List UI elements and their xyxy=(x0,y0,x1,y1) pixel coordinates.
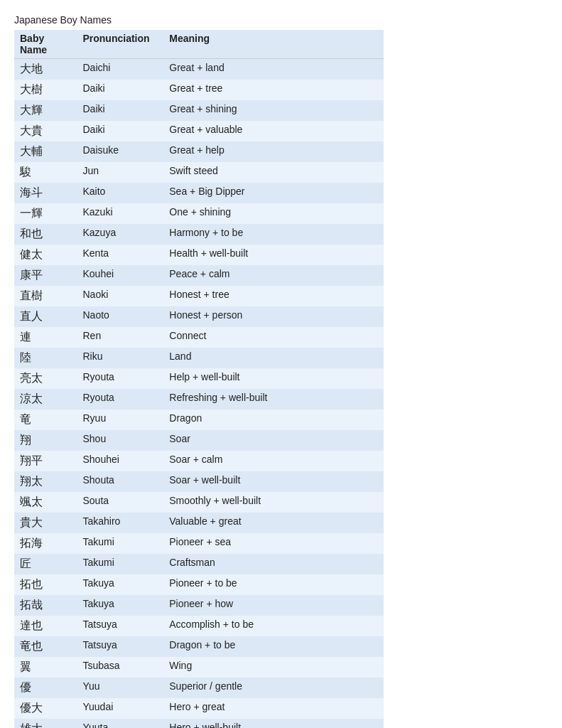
cell-kanji: 颯太 xyxy=(14,492,77,513)
table-row: 翔平ShouheiSoar + calm xyxy=(14,451,384,471)
cell-kanji: 匠 xyxy=(14,554,77,574)
cell-kanji: 涼太 xyxy=(14,389,77,410)
table-row: 康平KouheiPeace + calm xyxy=(14,265,384,286)
table-row: 海斗KaitoSea + Big Dipper xyxy=(14,183,384,203)
cell-meaning: Valuable + great xyxy=(163,513,384,533)
cell-pronunciation: Shou xyxy=(77,430,163,451)
names-table: Baby Name Pronunciation Meaning 大地Daichi… xyxy=(14,30,384,728)
cell-pronunciation: Daichi xyxy=(77,59,163,80)
cell-meaning: Dragon + to be xyxy=(163,636,384,657)
cell-kanji: 拓也 xyxy=(14,574,77,595)
cell-kanji: 和也 xyxy=(14,224,77,245)
cell-meaning: Soar + calm xyxy=(163,451,384,471)
cell-pronunciation: Tsubasa xyxy=(77,657,163,678)
cell-pronunciation: Souta xyxy=(77,492,163,513)
table-row: 翔太ShoutaSoar + well-built xyxy=(14,471,384,492)
cell-pronunciation: Naoto xyxy=(77,306,163,327)
cell-pronunciation: Kaito xyxy=(77,183,163,203)
cell-kanji: 直樹 xyxy=(14,286,77,306)
cell-meaning: Harmony + to be xyxy=(163,224,384,245)
cell-kanji: 大貴 xyxy=(14,121,77,141)
cell-pronunciation: Tatsuya xyxy=(77,616,163,636)
cell-pronunciation: Ryouta xyxy=(77,389,163,410)
table-row: 直人NaotoHonest + person xyxy=(14,306,384,327)
cell-meaning: Swift steed xyxy=(163,162,384,183)
cell-kanji: 拓哉 xyxy=(14,595,77,616)
cell-pronunciation: Ryuu xyxy=(77,410,163,430)
cell-kanji: 海斗 xyxy=(14,183,77,203)
cell-meaning: Hero + great xyxy=(163,698,384,719)
cell-pronunciation: Ryouta xyxy=(77,368,163,389)
table-row: 匠TakumiCraftsman xyxy=(14,554,384,574)
cell-meaning: Refreshing + well-built xyxy=(163,389,384,410)
cell-kanji: 直人 xyxy=(14,306,77,327)
cell-meaning: Honest + person xyxy=(163,306,384,327)
table-row: 翼TsubasaWing xyxy=(14,657,384,678)
cell-meaning: Great + help xyxy=(163,141,384,162)
table-header: Baby Name Pronunciation Meaning xyxy=(14,30,384,59)
cell-meaning: Soar + well-built xyxy=(163,471,384,492)
cell-kanji: 雄大 xyxy=(14,719,77,728)
table-row: 雄大YuutaHero + well-built xyxy=(14,719,384,728)
cell-meaning: Land xyxy=(163,348,384,368)
cell-pronunciation: Kazuya xyxy=(77,224,163,245)
cell-kanji: 拓海 xyxy=(14,533,77,554)
table-row: 直樹NaokiHonest + tree xyxy=(14,286,384,306)
table-row: 優YuuSuperior / gentle xyxy=(14,678,384,698)
cell-kanji: 竜也 xyxy=(14,636,77,657)
cell-meaning: Soar xyxy=(163,430,384,451)
cell-pronunciation: Daiki xyxy=(77,121,163,141)
table-row: 一輝KazukiOne + shining xyxy=(14,203,384,224)
cell-meaning: Dragon xyxy=(163,410,384,430)
cell-meaning: Help + well-built xyxy=(163,368,384,389)
table-row: 達也TatsuyaAccomplish + to be xyxy=(14,616,384,636)
cell-pronunciation: Shouta xyxy=(77,471,163,492)
header-meaning: Meaning xyxy=(163,30,384,59)
cell-meaning: Smoothly + well-built xyxy=(163,492,384,513)
cell-kanji: 康平 xyxy=(14,265,77,286)
table-row: 大輝DaikiGreat + shining xyxy=(14,100,384,121)
header-baby-name: Baby Name xyxy=(14,30,77,59)
cell-meaning: Pioneer + to be xyxy=(163,574,384,595)
table-row: 健太KentaHealth + well-built xyxy=(14,245,384,265)
table-row: 陸RikuLand xyxy=(14,348,384,368)
cell-kanji: 翔太 xyxy=(14,471,77,492)
table-row: 駿JunSwift steed xyxy=(14,162,384,183)
table-row: 翔ShouSoar xyxy=(14,430,384,451)
cell-meaning: Great + land xyxy=(163,59,384,80)
cell-pronunciation: Naoki xyxy=(77,286,163,306)
cell-kanji: 翼 xyxy=(14,657,77,678)
cell-kanji: 翔平 xyxy=(14,451,77,471)
cell-kanji: 駿 xyxy=(14,162,77,183)
cell-kanji: 健太 xyxy=(14,245,77,265)
table-row: 連RenConnect xyxy=(14,327,384,348)
table-row: 竜也TatsuyaDragon + to be xyxy=(14,636,384,657)
cell-meaning: Great + shining xyxy=(163,100,384,121)
cell-meaning: Pioneer + sea xyxy=(163,533,384,554)
cell-pronunciation: Ren xyxy=(77,327,163,348)
table-row: 和也KazuyaHarmony + to be xyxy=(14,224,384,245)
table-row: 大貴DaikiGreat + valuable xyxy=(14,121,384,141)
table-row: 大輔DaisukeGreat + help xyxy=(14,141,384,162)
cell-pronunciation: Daiki xyxy=(77,80,163,100)
cell-meaning: Wing xyxy=(163,657,384,678)
cell-meaning: Peace + calm xyxy=(163,265,384,286)
cell-meaning: Great + valuable xyxy=(163,121,384,141)
cell-kanji: 達也 xyxy=(14,616,77,636)
cell-kanji: 大地 xyxy=(14,59,77,80)
cell-pronunciation: Takumi xyxy=(77,533,163,554)
cell-meaning: Pioneer + how xyxy=(163,595,384,616)
table-row: 大樹DaikiGreat + tree xyxy=(14,80,384,100)
cell-kanji: 陸 xyxy=(14,348,77,368)
table-row: 拓哉TakuyaPioneer + how xyxy=(14,595,384,616)
table-row: 亮太RyoutaHelp + well-built xyxy=(14,368,384,389)
cell-kanji: 大樹 xyxy=(14,80,77,100)
table-row: 颯太SoutaSmoothly + well-built xyxy=(14,492,384,513)
cell-kanji: 翔 xyxy=(14,430,77,451)
cell-kanji: 竜 xyxy=(14,410,77,430)
cell-meaning: Superior / gentle xyxy=(163,678,384,698)
cell-kanji: 優 xyxy=(14,678,77,698)
cell-kanji: 大輔 xyxy=(14,141,77,162)
cell-pronunciation: Takuya xyxy=(77,574,163,595)
table-row: 大地DaichiGreat + land xyxy=(14,59,384,80)
